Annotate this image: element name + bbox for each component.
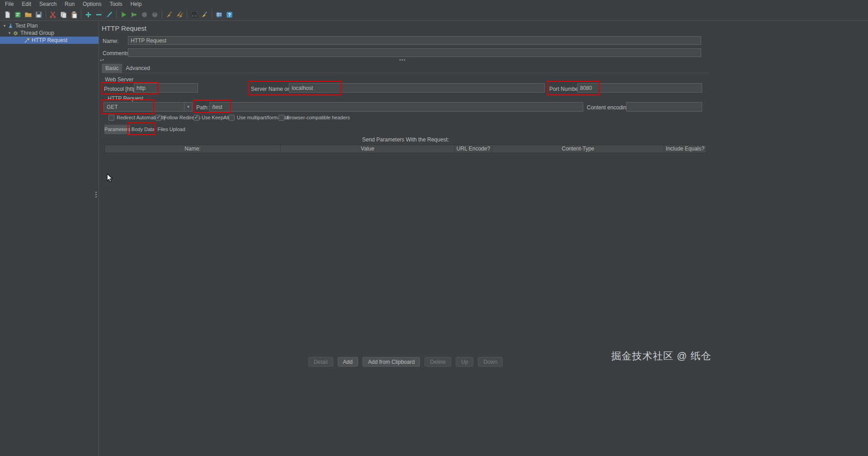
menu-item-search[interactable]: Search (35, 0, 61, 9)
test-plan-tree: ▾ Test Plan ▾ Thread Group HTTP Request (0, 21, 99, 456)
checkbox-icon (278, 115, 284, 121)
checkbox-icon (108, 115, 114, 121)
help-icon[interactable]: ? (224, 9, 235, 20)
params-table-caption: Send Parameters With the Request: (104, 136, 707, 143)
checkbox-icon (229, 115, 235, 121)
toolbar-separator (46, 10, 46, 19)
tree-item-thread-group[interactable]: ▾ Thread Group (0, 29, 99, 37)
up-button[interactable]: Up (456, 357, 473, 367)
search-reset-icon[interactable] (199, 9, 210, 20)
test-plan-icon (7, 23, 14, 29)
menu-item-options[interactable]: Options (79, 0, 105, 9)
menu-item-tools[interactable]: Tools (105, 0, 126, 9)
port-number-input[interactable] (577, 83, 702, 93)
tree-item-http-request[interactable]: HTTP Request (0, 37, 99, 44)
checkbox-browser-compatible-headers[interactable]: Browser-compatible headers (278, 114, 350, 121)
tree-item-label: Test Plan (15, 23, 40, 29)
add-from-clipboard-button[interactable]: Add from Clipboard (363, 357, 420, 367)
splitter-collapse-icon[interactable]: ▴▾ (100, 58, 104, 62)
column-header-content-type[interactable]: Content-Type (492, 145, 664, 153)
toolbar-separator (162, 10, 162, 19)
params-table-header: Name: Value URL Encode? Content-Type Inc… (104, 145, 707, 153)
svg-text:?: ? (228, 12, 231, 17)
tab-basic[interactable]: Basic (102, 64, 122, 73)
save-icon[interactable] (33, 9, 44, 20)
column-header-include-equals[interactable]: Include Equals? (664, 145, 706, 153)
collapse-all-icon[interactable] (94, 9, 104, 20)
content-encoding-label: Content encoding: (587, 104, 631, 111)
thread-group-icon (12, 30, 19, 37)
menu-item-help[interactable]: Help (126, 0, 146, 9)
tree-item-test-plan[interactable]: ▾ Test Plan (0, 22, 99, 29)
chevron-down-icon[interactable]: ▾ (7, 31, 12, 35)
tab-body-data[interactable]: Body Data (130, 125, 156, 134)
params-table-body[interactable] (104, 153, 707, 354)
method-select[interactable]: GET ▼ (104, 102, 193, 112)
add-button[interactable]: Add (338, 357, 358, 367)
checkbox-label: Browser-compatible headers (287, 115, 350, 120)
shutdown-icon[interactable] (150, 9, 160, 20)
toolbar-separator (187, 10, 187, 19)
toolbar-separator (212, 10, 212, 19)
protocol-input[interactable] (134, 83, 198, 93)
column-header-value[interactable]: Value (281, 145, 455, 153)
splitter-handle[interactable] (95, 192, 97, 197)
clear-icon[interactable] (164, 9, 175, 20)
menu-item-edit[interactable]: Edit (18, 0, 35, 9)
content-encoding-input[interactable] (626, 102, 702, 112)
column-header-name[interactable]: Name: (105, 145, 281, 153)
port-number-label: Port Number: (549, 86, 581, 92)
new-file-icon[interactable] (2, 9, 13, 20)
server-name-input[interactable] (289, 83, 545, 93)
toolbar-separator (81, 10, 81, 19)
watermark-text: 掘金技术社区 @ 纸仓 (611, 349, 712, 363)
detail-button[interactable]: Detail (308, 357, 333, 367)
start-icon[interactable] (118, 9, 129, 20)
paste-icon[interactable] (69, 9, 79, 20)
jmeter-window: File Edit Search Run Options Tools Help (0, 0, 868, 456)
tree-item-label: Thread Group (20, 30, 57, 36)
search-icon[interactable] (189, 9, 199, 20)
name-label: Name: (103, 38, 118, 44)
http-request-group-label: HTTP Request (108, 95, 143, 102)
menu-item-run[interactable]: Run (61, 0, 79, 9)
function-helper-icon[interactable] (214, 9, 224, 20)
chevron-down-icon[interactable]: ▼ (184, 103, 192, 111)
checkbox-checked-icon (156, 115, 161, 121)
mouse-cursor (107, 174, 113, 184)
down-button[interactable]: Down (478, 357, 503, 367)
checkbox-use-keepalive[interactable]: Use KeepAlive (193, 114, 234, 121)
tab-parameters[interactable]: Parameters (104, 125, 130, 134)
copy-icon[interactable] (58, 9, 69, 20)
path-input[interactable] (209, 102, 583, 112)
menu-bar: File Edit Search Run Options Tools Help (0, 0, 868, 9)
name-input[interactable] (128, 36, 701, 45)
toolbar-separator (116, 10, 117, 19)
delete-button[interactable]: Delete (425, 357, 451, 367)
checkbox-checked-icon (193, 115, 199, 121)
start-no-pauses-icon[interactable] (129, 9, 139, 20)
chevron-down-icon[interactable]: ▾ (2, 24, 7, 28)
comments-input[interactable] (128, 48, 701, 57)
splitter-grip-icon[interactable]: ••• (399, 57, 406, 62)
comments-label: Comments: (103, 50, 130, 56)
stop-icon[interactable] (139, 9, 150, 20)
expand-all-icon[interactable] (83, 9, 94, 20)
templates-icon[interactable] (13, 9, 23, 20)
column-header-url-encode[interactable]: URL Encode? (455, 145, 492, 153)
tree-item-label: HTTP Request (32, 37, 70, 43)
cut-icon[interactable] (48, 9, 58, 20)
basic-advanced-tabs: Basic Advanced (102, 64, 154, 73)
tab-files-upload[interactable]: Files Upload (156, 125, 187, 134)
parameters-tabs: Parameters Body Data Files Upload (104, 125, 187, 134)
method-value: GET (104, 103, 184, 111)
path-label: Path: (196, 104, 209, 111)
toggle-icon[interactable] (104, 9, 114, 20)
toolbar: ? (0, 9, 868, 21)
tab-advanced[interactable]: Advanced (122, 64, 153, 73)
open-icon[interactable] (23, 9, 33, 20)
tab-underline (102, 73, 709, 73)
clear-all-icon[interactable] (175, 9, 185, 20)
web-server-group-label: Web Server (105, 76, 133, 83)
menu-item-file[interactable]: File (1, 0, 18, 9)
